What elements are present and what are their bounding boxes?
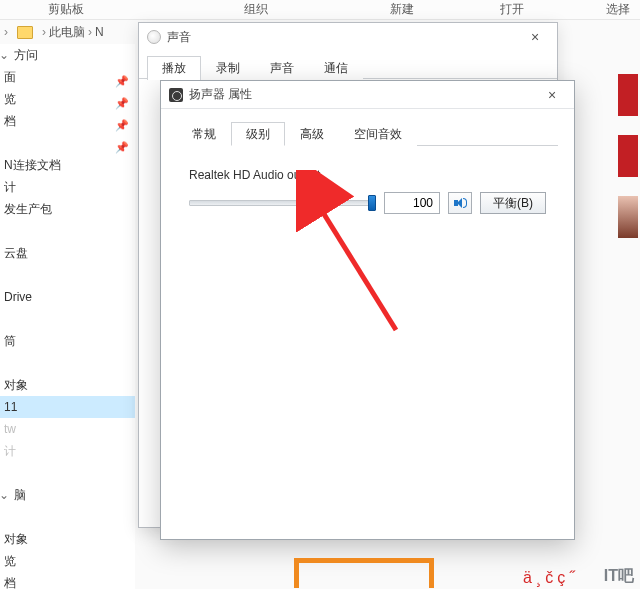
tab-general[interactable]: 常规: [177, 122, 231, 146]
nav-item[interactable]: ⌄脑: [0, 484, 135, 506]
nav-item[interactable]: Drive: [0, 286, 135, 308]
ribbon-select: 选择: [606, 1, 630, 18]
chevron-down-icon[interactable]: ⌄: [0, 484, 9, 506]
sound-icon: [147, 30, 161, 44]
watermark: ä¸čç˝: [523, 569, 579, 587]
nav-item[interactable]: [0, 264, 135, 286]
dialog-titlebar[interactable]: 扬声器 属性 ×: [161, 81, 574, 109]
nav-item[interactable]: [0, 220, 135, 242]
nav-item[interactable]: [0, 352, 135, 374]
speaker-properties-dialog: 扬声器 属性 × 常规 级别 高级 空间音效 Realtek HD Audio …: [160, 80, 575, 540]
crumb-root[interactable]: 此电脑: [49, 24, 85, 41]
speaker-icon: [454, 197, 466, 209]
pin-icon: 📌: [115, 136, 127, 148]
annotation-highlight: [294, 558, 434, 588]
dialog-titlebar[interactable]: 声音 ×: [139, 23, 557, 51]
nav-item[interactable]: N连接文档: [0, 154, 135, 176]
tab-playback[interactable]: 播放: [147, 56, 201, 80]
nav-item-selected[interactable]: 11: [0, 396, 135, 418]
tab-levels[interactable]: 级别: [231, 122, 285, 146]
tab-advanced[interactable]: 高级: [285, 122, 339, 146]
nav-item[interactable]: ⌄方问: [0, 44, 135, 66]
close-button[interactable]: ×: [521, 29, 549, 45]
nav-item[interactable]: 📌: [0, 132, 135, 154]
tab-spatial[interactable]: 空间音效: [339, 122, 417, 146]
dialog-title: 扬声器 属性: [189, 86, 538, 103]
speaker-icon: [169, 88, 183, 102]
nav-item[interactable]: 计: [0, 176, 135, 198]
pin-icon: 📌: [115, 70, 127, 82]
watermark: IT吧: [604, 566, 634, 587]
explorer-ribbon: 剪贴板 组织 新建 打开 选择: [0, 0, 640, 20]
slider-thumb[interactable]: [368, 195, 376, 211]
nav-item[interactable]: 面📌: [0, 66, 135, 88]
ribbon-new: 新建: [390, 1, 414, 18]
nav-item[interactable]: 发生产包: [0, 198, 135, 220]
nav-item[interactable]: 对象: [0, 528, 135, 550]
dialog-title: 声音: [167, 29, 521, 46]
chevron-down-icon[interactable]: ⌄: [0, 44, 9, 66]
properties-tabs: 常规 级别 高级 空间音效: [177, 121, 558, 146]
pin-icon: 📌: [115, 92, 127, 104]
chevron-up-icon[interactable]: ›: [4, 25, 8, 39]
chevron-right-icon: ›: [42, 25, 46, 39]
crumb-next[interactable]: N: [95, 25, 104, 39]
device-label: Realtek HD Audio output: [189, 168, 546, 182]
nav-item[interactable]: [0, 506, 135, 528]
file-thumbnail[interactable]: [618, 74, 638, 116]
nav-item[interactable]: 对象: [0, 374, 135, 396]
nav-item[interactable]: 筒: [0, 330, 135, 352]
nav-item[interactable]: 计: [0, 440, 135, 462]
volume-input[interactable]: [384, 192, 440, 214]
tab-recording[interactable]: 录制: [201, 56, 255, 80]
explorer-nav[interactable]: ⌄方问 面📌 览📌 档📌 📌 N连接文档 计 发生产包 云盘 Drive 筒 对…: [0, 44, 135, 589]
balance-button[interactable]: 平衡(B): [480, 192, 546, 214]
mute-button[interactable]: [448, 192, 472, 214]
ribbon-organize: 组织: [244, 1, 268, 18]
nav-item[interactable]: [0, 308, 135, 330]
nav-item[interactable]: 档: [0, 572, 135, 589]
ribbon-clipboard: 剪贴板: [48, 1, 84, 18]
nav-item[interactable]: 览📌: [0, 88, 135, 110]
chevron-right-icon: ›: [88, 25, 92, 39]
close-button[interactable]: ×: [538, 87, 566, 103]
nav-item[interactable]: 览: [0, 550, 135, 572]
nav-item[interactable]: [0, 462, 135, 484]
nav-item[interactable]: 档📌: [0, 110, 135, 132]
file-thumbnail[interactable]: [618, 135, 638, 177]
file-thumbnail[interactable]: [618, 196, 638, 238]
nav-item[interactable]: tw: [0, 418, 135, 440]
ribbon-open: 打开: [500, 1, 524, 18]
pin-icon: 📌: [115, 114, 127, 126]
nav-item[interactable]: 云盘: [0, 242, 135, 264]
tab-sounds[interactable]: 声音: [255, 56, 309, 80]
sound-tabs: 播放 录制 声音 通信: [139, 55, 557, 79]
folder-icon: [17, 26, 33, 39]
tab-comm[interactable]: 通信: [309, 56, 363, 80]
volume-slider[interactable]: [189, 195, 376, 211]
